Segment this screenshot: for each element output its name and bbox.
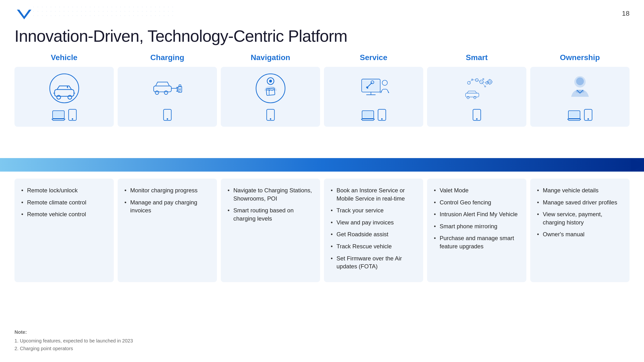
list-item: Remote vehicle control [21,210,107,218]
svg-rect-39 [363,112,373,117]
svg-point-54 [488,80,492,84]
service-bullet-list: Book an Instore Service or Mobile Servic… [331,186,416,271]
list-item: Set Firmware over the Air updates (FOTA) [331,254,416,271]
arrow-bar [0,158,644,172]
svg-point-35 [382,80,387,85]
phone-icon-5 [472,109,481,121]
list-item: Navigate to Charging Stations, Showrooms… [228,186,313,202]
list-item: Remote climate control [21,198,107,207]
charging-title: Charging [150,53,184,62]
svg-point-55 [488,81,490,83]
svg-point-62 [474,96,476,99]
navigation-bullet-list: Navigate to Charging Stations, Showrooms… [228,186,313,223]
list-item: Mange vehicle details [537,186,623,195]
footer-notes: Note: 1. Upcoming features, expected to … [14,328,133,352]
svg-point-13 [164,91,168,95]
navigation-icon-card [221,67,320,127]
svg-point-1 [50,74,79,103]
list-item: Owner's manual [537,230,623,238]
smart-main-icon [461,73,492,104]
phone-icon-4 [378,109,386,121]
ownership-icon-card [530,67,630,127]
arrow-tip [631,158,644,172]
laptop-icon-3 [568,110,581,121]
svg-point-64 [476,118,478,120]
list-item: Smart phone mirroring [434,222,520,231]
vehicle-bullet-list: Remote lock/unlock Remote climate contro… [21,186,107,218]
svg-point-61 [467,96,469,99]
svg-point-66 [576,77,584,85]
list-item: Manage saved driver profiles [537,198,623,207]
list-item: Control Geo fencing [434,198,520,207]
charging-device-icons [163,109,172,121]
svg-rect-2 [54,89,74,96]
list-item: Track Rescue vehicle [331,242,416,251]
svg-point-41 [381,118,383,120]
navigation-device-icons [266,109,275,121]
svg-marker-71 [631,158,644,172]
charging-column: Charging [118,53,217,127]
vehicle-column: Vehicle [14,53,114,127]
list-item: Intrusion Alert Find My Vehicle [434,210,520,218]
svg-point-12 [155,91,159,95]
ownership-device-icons [568,109,592,121]
charging-main-icon [152,73,183,104]
service-info-card: Book an Instore Service or Mobile Servic… [324,179,423,282]
vehicle-main-icon [48,73,80,104]
service-device-icons [361,109,386,121]
phone-icon-2 [163,109,172,121]
laptop-icon-2 [361,110,375,121]
smart-device-icons [472,109,481,121]
svg-point-28 [270,118,271,120]
laptop-icon [52,110,65,121]
list-item: View and pay invoices [331,218,416,227]
service-icon-card [324,67,423,127]
list-item: Remote lock/unlock [21,186,107,195]
vehicle-icon-card [14,67,114,127]
charging-icon-card [118,67,217,127]
list-item: Smart routing based on charging levels [228,206,313,223]
list-item: Track your service [331,206,416,215]
page-number: 18 [622,10,630,17]
note-1: 1. Upcoming features, expected to be lau… [14,337,133,345]
list-item: Book an Instore Service or Mobile Servic… [331,186,416,202]
smart-bullet-list: Valet Mode Control Geo fencing Intrusion… [434,186,520,251]
list-item: Manage and pay charging invoices [124,198,210,215]
phone-icon-6 [584,109,592,121]
info-cards-container: Remote lock/unlock Remote climate contro… [14,179,630,282]
svg-rect-68 [569,112,579,117]
ownership-main-icon [564,73,596,104]
svg-point-43 [482,78,484,80]
svg-point-3 [57,95,61,99]
svg-point-10 [72,118,73,120]
svg-point-70 [588,118,589,120]
service-main-icon [358,73,390,104]
svg-point-4 [68,95,72,99]
smart-title: Smart [466,53,488,62]
list-item: Get Roadside assist [331,230,416,238]
list-item: Monitor charging progress [124,186,210,195]
ownership-column: Ownership [530,53,630,127]
list-item: Valet Mode [434,186,520,195]
navigation-column: Navigation [221,53,320,127]
ownership-info-card: Mange vehicle details Manage saved drive… [530,179,630,282]
svg-point-26 [269,80,272,82]
logo [14,7,34,22]
smart-info-card: Valet Mode Control Geo fencing Intrusion… [427,179,526,282]
note-title: Note: [14,328,133,336]
list-item: Purchase and manage smart feature upgrad… [434,234,520,250]
page-title: Innovation-Driven, Technology-Centric Pl… [14,26,347,45]
smart-icon-card [427,67,526,127]
vehicle-title: Vehicle [51,53,77,62]
vehicle-info-card: Remote lock/unlock Remote climate contro… [14,179,114,282]
note-2: 2. Charging point operators [14,345,133,352]
list-item: View service, payment, charging history [537,210,623,226]
svg-marker-0 [17,10,32,19]
header-decoration [32,5,176,17]
navigation-title: Navigation [251,53,290,62]
columns-container: Vehicle [14,53,630,127]
service-column: Service [324,53,423,127]
vehicle-device-icons [52,109,77,121]
charging-bullet-list: Monitor charging progress Manage and pay… [124,186,210,215]
navigation-main-icon [255,73,286,104]
